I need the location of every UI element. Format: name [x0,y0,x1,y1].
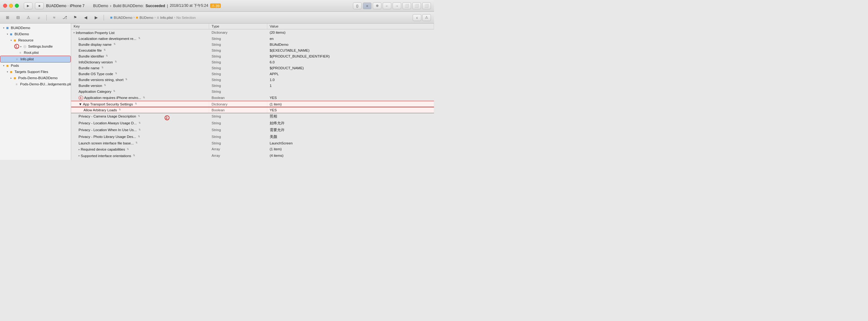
diff-icon[interactable]: ≈ [50,14,59,21]
stepper-allow-arbitrary[interactable]: ⇅ [119,108,121,111]
stepper-launch-screen[interactable]: ⇅ [135,141,138,145]
project-icon: ■ [5,25,10,30]
value-cell-privacy-photo: 美颜 [267,133,434,140]
expand-icon[interactable]: ▸ [79,154,80,157]
stepper-supported-orientations[interactable]: ⇅ [133,154,135,157]
table-row[interactable]: Bundle versions string, short⇅String1.0 [71,77,434,83]
bc-no-selection: No Selection [176,16,195,20]
table-row[interactable]: Bundle identifier⇅String$(PRODUCT_BUNDLE… [71,53,434,59]
sidebar-item-resource[interactable]: ▾ ■ Resource [0,37,71,43]
table-row[interactable]: Bundle name⇅String$(PRODUCT_NAME) [71,65,434,71]
stepper-bundle-display-name[interactable]: ⇅ [114,43,116,46]
sidebar-item-root-plist[interactable]: ≡ Root.plist [0,50,71,56]
stepper-bundle-name[interactable]: ⇅ [101,66,104,69]
key-cell-infodictionary-version: InfoDictionary version⇅ [71,59,209,65]
key-label-executable-file: Executable file [79,49,102,52]
table-row[interactable]: Application Category⇅String [71,89,434,94]
lines-view-button[interactable]: ≡ [363,2,372,9]
bc-budemo[interactable]: BUDemo [140,16,153,20]
minimize-button[interactable] [9,4,13,8]
stepper-localization[interactable]: ⇅ [138,37,141,40]
type-cell-bundle-versions-short: String [209,77,267,83]
key-label-launch-screen: Launch screen interface file base... [79,141,134,145]
stop-button[interactable]: ■ [35,2,43,9]
table-row[interactable]: Bundle display name⇅StringBUAdDemo [71,41,434,47]
stepper-privacy-camera[interactable]: ⇅ [138,115,140,118]
nav-back-2[interactable]: ‹ [413,14,421,21]
table-row[interactable]: Privacy - Camera Usage Description⇅Strin… [71,113,434,120]
table-row[interactable]: Executable file⇅String$(EXECUTABLE_NAME) [71,47,434,53]
nav-next-icon[interactable]: ▶ [92,14,100,21]
table-row[interactable]: ▸Supported interface orientations (i...⇅… [71,159,434,160]
bookmark-icon[interactable]: ⊟ [13,14,22,21]
table-row[interactable]: Privacy - Photo Library Usage Des...⇅Str… [71,133,434,140]
value-cell-infodictionary-version: 6.0 [267,59,434,65]
flag-icon[interactable]: ⚑ [71,14,80,21]
sidebar-item-pods[interactable]: ▾ ■ Pods [0,62,71,69]
layout-left-button[interactable]: ⬜ [402,2,411,9]
stepper-bundle-versions-short[interactable]: ⇅ [125,78,127,81]
stepper-app-requires-iphone[interactable]: ⇅ [143,96,145,99]
value-cell-bundle-os-type: APPL [267,71,434,77]
stepper-privacy-photo[interactable]: ⇅ [138,135,140,138]
warning-icon[interactable]: ⚠ [24,14,33,21]
find-icon[interactable]: ⌕ [35,14,43,21]
stepper-bundle-identifier[interactable]: ⇅ [106,55,108,58]
key-label-app-requires-iphone: Application requires iPhone enviro... [84,96,141,100]
stepper-required-capabilities[interactable]: ⇅ [127,148,129,151]
fullscreen-button[interactable] [15,4,19,8]
table-row[interactable]: ▸Information Property ListDictionary(20 … [71,29,434,36]
layout-right-button[interactable]: ⬜ [412,2,421,9]
folder-icon[interactable]: ⊞ [3,14,12,21]
stepper-bundle-version[interactable]: ⇅ [104,84,106,87]
assistant-button[interactable]: ⊕ [373,2,381,9]
table-row[interactable]: Allow Arbitrary Loads⇅BooleanYES [71,107,434,113]
sidebar-item-info-plist[interactable]: ≡ Info.plist [0,56,71,62]
sidebar-item-pods-demo[interactable]: ▸ ■ Pods-Demo-BUADDemo [0,75,71,81]
close-button[interactable] [3,4,7,8]
table-row[interactable]: ▸Supported interface orientations⇅Array(… [71,153,434,159]
folder-yellow-pods: ■ [5,63,10,68]
table-row[interactable]: Bundle OS Type code⇅StringAPPL [71,71,434,77]
branch-icon[interactable]: ⎇ [60,14,69,21]
sidebar-item-budemo[interactable]: ▾ ■ BUDemo [0,31,71,37]
bc-buaddemo[interactable]: BUADDemo [114,16,132,20]
sidebar-item-targets-support[interactable]: ▾ ■ Targets Support Files [0,69,71,75]
table-row[interactable]: Privacy - Location Always Usage D...⇅Str… [71,120,434,127]
table-row[interactable]: ▸Required device capabilities⇅Array(1 it… [71,146,434,153]
table-row[interactable]: ▼ App Transport Security Settings⇅Dictio… [71,101,434,107]
type-cell-bundle-os-type: String [209,71,267,77]
sidebar-item-settings-bundle[interactable]: 1. ▸ ◎ Settings.bundle [0,43,71,50]
key-label-bundle-os-type: Bundle OS Type code [79,72,113,76]
key-label-localization: Localization native development re... [79,37,136,40]
nav-back-button[interactable]: ← [383,2,391,9]
bc-info-plist[interactable]: Info.plist [160,16,173,20]
table-row[interactable]: InfoDictionary version⇅String6.0 [71,59,434,65]
stepper-privacy-location-when[interactable]: ⇅ [138,129,141,131]
sidebar-item-buaddemo[interactable]: ▾ ■ BUADDemo [0,25,71,31]
stepper-infodictionary-version[interactable]: ⇅ [115,61,117,63]
expand-icon[interactable]: ▸ [73,31,75,34]
stepper-app-category[interactable]: ⇅ [113,90,115,93]
type-cell-localization: String [209,36,267,41]
code-braces-button[interactable]: {} [353,2,362,9]
stepper-privacy-location-always[interactable]: ⇅ [138,122,141,125]
table-row[interactable]: 2.Application requires iPhone enviro...⇅… [71,94,434,101]
stepper-executable-file[interactable]: ⇅ [104,49,106,52]
stepper-app-transport[interactable]: ⇅ [135,103,137,105]
stepper-bundle-os-type[interactable]: ⇅ [115,72,117,75]
table-row[interactable]: Privacy - Location When In Use Us...⇅Str… [71,127,434,133]
layout-bottom-button[interactable]: ⬜ [422,2,431,9]
plist-icon-root: ≡ [18,50,23,55]
sidebar-item-pods-plist[interactable]: ≡ Pods-Demo-BU...ledgements.plist [0,81,71,87]
table-row[interactable]: Bundle version⇅String1 [71,83,434,89]
table-row[interactable]: Localization native development re...⇅St… [71,36,434,41]
table-row[interactable]: Launch screen interface file base...⇅Str… [71,140,434,146]
value-cell-app-transport: (1 item) [267,101,434,107]
expand-icon[interactable]: ▸ [79,148,80,151]
nav-forward-button[interactable]: → [393,2,401,9]
run-button[interactable]: ▶ [24,2,32,9]
nav-prev-icon[interactable]: ◀ [81,14,90,21]
scheme-breadcrumb: BUADDemo › iPhone 7 [46,4,85,8]
nav-warning-2[interactable]: ⚠ [422,14,431,21]
